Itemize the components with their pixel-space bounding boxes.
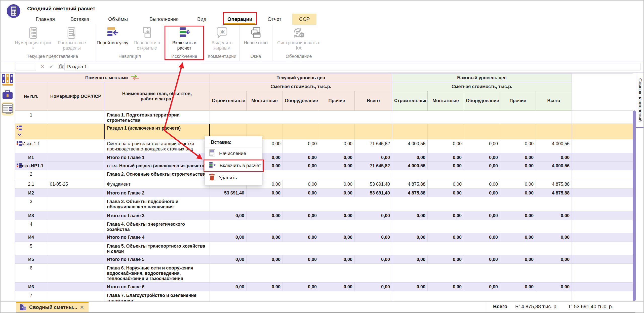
ribbon-button[interactable]: КАСинхронизировать с КА xyxy=(274,27,324,51)
cell-num[interactable]: 4 xyxy=(15,220,47,233)
cell-value[interactable]: 0,00 xyxy=(464,180,500,189)
cell-extra[interactable] xyxy=(572,162,633,170)
cell-code[interactable] xyxy=(47,283,104,291)
cell-value[interactable]: 0,00 xyxy=(428,211,464,220)
cell-value[interactable]: 0,00 xyxy=(319,255,355,264)
cell-value[interactable]: 0,00 xyxy=(355,153,392,162)
cell-extra[interactable] xyxy=(572,189,633,197)
tab-выполнение[interactable]: Выполнение xyxy=(149,14,179,25)
cell-value[interactable]: 0,00 xyxy=(428,153,464,162)
cell-num[interactable]: Искл.1.1 xyxy=(15,139,47,153)
tab-главная[interactable]: Главная xyxy=(36,14,55,25)
cell-value[interactable]: 4 875,88 xyxy=(536,180,572,189)
cell-code[interactable]: 01-05-25 xyxy=(47,180,104,189)
cell-value[interactable]: 0,00 xyxy=(210,283,247,291)
cell-value[interactable]: 0,00 xyxy=(536,283,572,291)
cell-value[interactable]: 0,00 xyxy=(283,162,319,170)
cell-name[interactable]: Глава 2. Основные объекты строительства xyxy=(104,170,210,180)
dropdown-arrow-icon[interactable]: ▼ xyxy=(32,46,35,51)
cell-value[interactable] xyxy=(464,124,500,139)
cell-extra[interactable] xyxy=(572,111,633,124)
cell-value[interactable]: 0,00 xyxy=(428,139,464,153)
cell-num[interactable]: 7 xyxy=(15,291,47,302)
cell-code[interactable] xyxy=(47,170,104,180)
tab-сср[interactable]: ССР xyxy=(292,14,316,25)
cell-value[interactable]: 0,00 xyxy=(500,139,536,153)
header-swap[interactable]: Поменять местами xyxy=(15,74,210,82)
cell-value[interactable]: 0,00 xyxy=(392,211,428,220)
cell-merged-current[interactable] xyxy=(210,111,392,124)
cell-value[interactable]: 0,00 xyxy=(500,189,536,197)
cell-value[interactable]: 0,00 xyxy=(428,189,464,197)
ribbon-button[interactable]: ЖВыделить жирным xyxy=(205,27,239,51)
cell-num[interactable]: 2.1 xyxy=(15,180,47,189)
cell-value[interactable]: 0,00 xyxy=(464,153,500,162)
cell-value[interactable]: 4 000,56 xyxy=(536,139,572,153)
cell-value[interactable]: 0,00 xyxy=(247,283,283,291)
cell-code[interactable] xyxy=(47,233,104,242)
document-tab[interactable]: Сводный сметны... ✕ xyxy=(16,302,89,312)
cell-value[interactable]: 4 875,88 xyxy=(536,189,572,197)
cell-extra[interactable] xyxy=(572,220,633,233)
cell-value[interactable]: 4 875,88 xyxy=(392,189,428,197)
cell-merged-current[interactable] xyxy=(210,220,392,233)
cell-name[interactable]: Глава 5. Объекты транспортного хозяйства… xyxy=(104,242,210,255)
cell-code[interactable] xyxy=(47,242,104,255)
ribbon-button[interactable]: Перейти к узлу xyxy=(96,27,129,51)
cell-extra[interactable] xyxy=(572,233,633,242)
cell-value[interactable]: 0,00 xyxy=(464,189,500,197)
cell-value[interactable]: 0,00 xyxy=(536,233,572,242)
cell-value[interactable]: 0,00 xyxy=(319,139,355,153)
ribbon-button[interactable]: Перенести в открытые xyxy=(130,27,164,51)
cell-num[interactable]: 1 xyxy=(15,111,47,124)
cell-value[interactable]: 0,00 xyxy=(536,211,572,220)
cell-code[interactable] xyxy=(47,139,104,153)
cell-value[interactable]: 0,00 xyxy=(536,255,572,264)
cell-value[interactable]: 0,00 xyxy=(500,255,536,264)
cell-value[interactable]: 0,00 xyxy=(283,139,319,153)
cell-merged-base[interactable] xyxy=(392,242,572,255)
cell-value[interactable] xyxy=(428,124,464,139)
cell-extra[interactable] xyxy=(572,153,633,162)
tab-объёмы[interactable]: Объёмы xyxy=(108,14,128,25)
cell-value[interactable]: 0,00 xyxy=(392,283,428,291)
cell-merged-base[interactable] xyxy=(392,197,572,211)
cell-merged-current[interactable] xyxy=(210,197,392,211)
cell-extra[interactable] xyxy=(572,197,633,211)
right-panel-tab-accrual-list[interactable]: Список начислений xyxy=(636,73,644,128)
cell-num[interactable]: И1 xyxy=(15,153,47,162)
cell-merged-current[interactable] xyxy=(210,242,392,255)
cell-value[interactable]: 0,00 xyxy=(392,233,428,242)
cell-name[interactable]: Итого по Главе 3 xyxy=(104,211,210,220)
cell-name[interactable]: Итого по Главе 1 xyxy=(104,153,210,162)
cell-name[interactable]: Итого по Главе 4 xyxy=(104,233,210,242)
cell-value[interactable]: 0,00 xyxy=(247,233,283,242)
ribbon-button[interactable]: Раскрыть все разделы xyxy=(53,27,91,51)
cell-value[interactable]: 0,00 xyxy=(283,211,319,220)
cell-value[interactable]: 4 000,56 xyxy=(536,162,572,170)
cell-value[interactable]: 0,00 xyxy=(319,189,355,197)
cell-name[interactable]: Глава 6. Наружные сети и сооружения водо… xyxy=(104,264,210,283)
cell-value[interactable]: 0,00 xyxy=(210,211,247,220)
cell-value[interactable]: 0,00 xyxy=(392,255,428,264)
cell-num[interactable]: И4 xyxy=(15,233,47,242)
formula-input[interactable]: Раздел 1 xyxy=(64,63,640,70)
cell-value[interactable]: 4 875,88 xyxy=(392,180,428,189)
cell-value[interactable]: 0,00 xyxy=(355,255,392,264)
cell-name[interactable]: Смета на строительство станции очистки п… xyxy=(104,139,210,153)
cell-merged-base[interactable] xyxy=(392,291,572,302)
cell-value[interactable]: 4 000,56 xyxy=(392,162,428,170)
cell-value[interactable]: 0,00 xyxy=(283,255,319,264)
cell-value[interactable] xyxy=(392,124,428,139)
cancel-icon[interactable]: ✕ xyxy=(40,63,45,69)
cell-num[interactable]: И6 xyxy=(15,283,47,291)
vertical-scrollbar[interactable] xyxy=(633,110,636,301)
cell-name[interactable]: Итого по Главе 2 xyxy=(104,189,210,197)
cell-value[interactable]: 0,00 xyxy=(210,233,247,242)
cell-extra[interactable] xyxy=(572,124,633,139)
cell-code[interactable] xyxy=(47,162,104,170)
cell-value[interactable]: 0,00 xyxy=(464,255,500,264)
cell-value[interactable]: 0,00 xyxy=(500,283,536,291)
cell-extra[interactable] xyxy=(572,180,633,189)
tab-отчет[interactable]: Отчет xyxy=(268,14,281,25)
